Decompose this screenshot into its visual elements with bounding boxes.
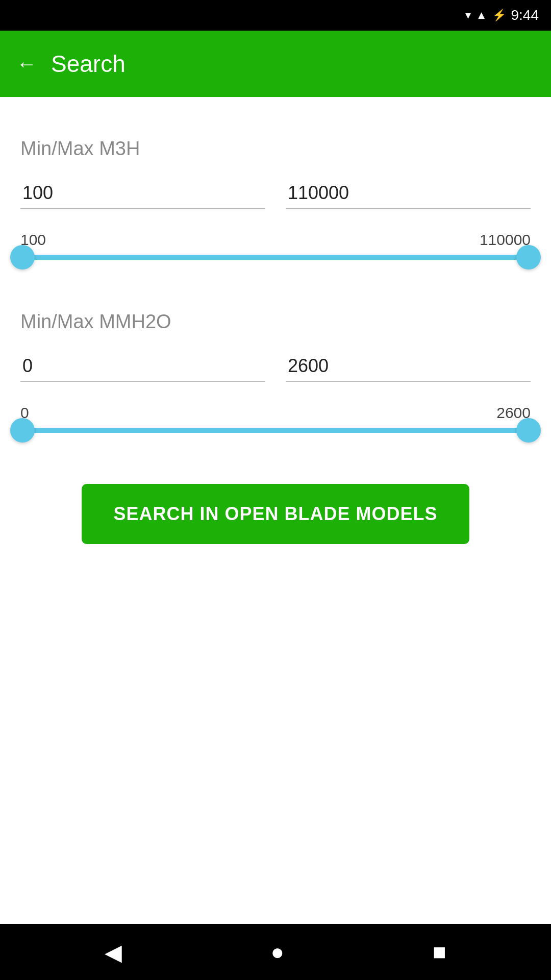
section1-inputs [20,178,531,209]
back-button[interactable]: ← [16,54,37,74]
status-icons: ▾ ▲ ⚡ 9:44 [465,7,539,23]
wifi-icon: ▾ [465,9,471,22]
main-content: Min/Max M3H 100 110000 Min/Max MMH2O 0 2… [0,97,551,924]
search-button[interactable]: SEARCH IN OPEN BLADE MODELS [82,484,469,544]
nav-recents-icon[interactable]: ■ [433,939,446,965]
nav-bar: ◀ ● ■ [0,924,551,980]
section2-slider-container: 0 2600 [20,404,531,433]
status-time: 9:44 [511,7,539,23]
section2-label: Min/Max MMH2O [20,311,531,333]
nav-back-icon[interactable]: ◀ [105,939,122,965]
page-title: Search [51,50,126,78]
section2-slider-thumb-right[interactable] [516,418,541,443]
section1-slider-labels: 100 110000 [20,231,531,249]
signal-icon: ▲ [476,9,487,22]
section2-slider-track[interactable] [22,428,529,433]
section2-slider-fill [22,428,529,433]
section1-slider-track[interactable] [22,255,529,260]
section2-slider-thumb-left[interactable] [10,418,35,443]
mmh2o-min-input[interactable] [20,351,265,382]
section1-slider-fill [22,255,529,260]
battery-icon: ⚡ [492,9,506,22]
mmh2o-max-input[interactable] [286,351,531,382]
app-bar: ← Search [0,31,551,97]
section1-slider-thumb-right[interactable] [516,245,541,270]
nav-home-icon[interactable]: ● [270,939,284,965]
section1-slider-thumb-left[interactable] [10,245,35,270]
status-bar: ▾ ▲ ⚡ 9:44 [0,0,551,31]
section1-label: Min/Max M3H [20,138,531,160]
section1-slider-container: 100 110000 [20,231,531,260]
section2-slider-labels: 0 2600 [20,404,531,422]
m3h-min-input[interactable] [20,178,265,209]
m3h-max-input[interactable] [286,178,531,209]
section2-inputs [20,351,531,382]
